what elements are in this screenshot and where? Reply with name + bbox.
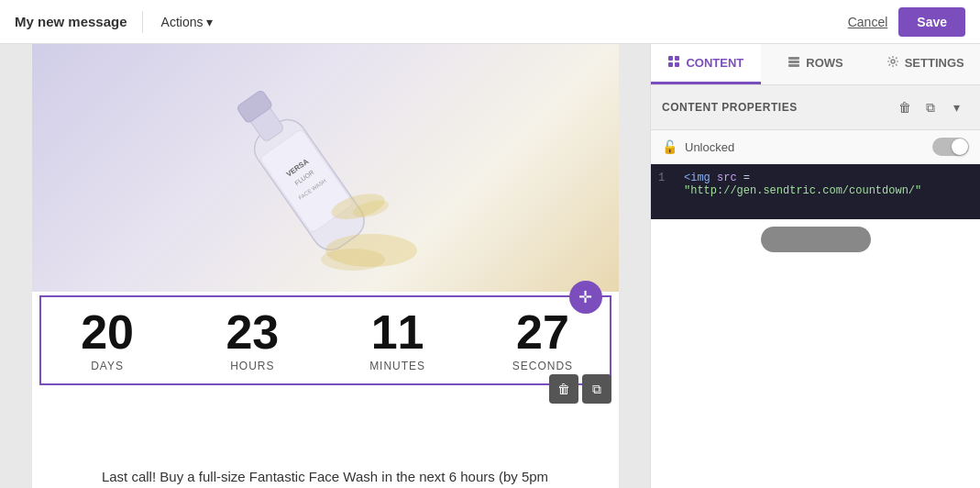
rows-icon [787, 55, 800, 71]
svg-rect-13 [668, 62, 673, 67]
copy-block-button[interactable]: ⧉ [582, 374, 611, 404]
product-image-block: VERSA FLUOR FACE WASH [32, 44, 619, 292]
move-handle[interactable]: ✛ [569, 281, 602, 314]
scrollbar-area [651, 219, 980, 260]
delete-block-button[interactable]: 🗑 [549, 374, 578, 404]
countdown-days: 20 DAYS [61, 308, 153, 372]
hours-label: HOURS [230, 360, 274, 372]
unlock-label: Unlocked [685, 140, 925, 154]
countdown-row: 20 DAYS 23 HOURS 11 MINUTES [49, 308, 602, 372]
settings-icon [886, 55, 899, 71]
countdown-hours: 23 HOURS [206, 308, 298, 372]
countdown-minutes: 11 MINUTES [352, 308, 444, 372]
svg-rect-12 [675, 56, 679, 61]
tab-settings-label: SETTINGS [905, 56, 964, 70]
chevron-down-icon: ▾ [953, 100, 960, 115]
line-number: 1 [658, 172, 673, 197]
svg-rect-14 [675, 62, 679, 67]
right-panel: CONTENT ROWS [650, 44, 980, 488]
toggle-knob [952, 139, 968, 155]
divider [142, 11, 143, 33]
copy-properties-button[interactable]: ⧉ [918, 94, 943, 120]
move-icon: ✛ [578, 287, 592, 307]
panel-tabs: CONTENT ROWS [651, 44, 980, 85]
tab-content-label: CONTENT [686, 56, 743, 70]
hours-value: 23 [226, 308, 279, 356]
code-editor[interactable]: 1 <img src = "http://gen.sendtric.com/co… [651, 164, 980, 219]
main-layout: VERSA FLUOR FACE WASH [0, 44, 980, 488]
chevron-down-icon: ▾ [206, 15, 213, 29]
copy-properties-icon: ⧉ [926, 100, 935, 116]
delete-icon: 🗑 [898, 100, 911, 115]
seconds-label: SECONDS [512, 360, 573, 372]
content-properties-header: CONTENT PROPERTIES 🗑 ⧉ ▾ [651, 85, 980, 130]
svg-rect-11 [668, 56, 673, 61]
code-tag-img: <img [684, 172, 710, 184]
svg-rect-17 [788, 64, 799, 67]
tab-rows-label: ROWS [806, 56, 842, 70]
scroll-handle[interactable] [761, 227, 871, 252]
tab-content[interactable]: CONTENT [651, 44, 761, 84]
svg-rect-15 [788, 57, 799, 60]
countdown-block: 20 DAYS 23 HOURS 11 MINUTES [39, 295, 611, 385]
block-actions: 🗑 ⧉ [549, 374, 611, 404]
svg-rect-16 [788, 61, 799, 63]
svg-point-10 [321, 249, 385, 271]
content-properties-title: CONTENT PROPERTIES [662, 101, 892, 114]
actions-label: Actions [161, 15, 204, 29]
copy-icon: ⧉ [592, 382, 601, 397]
minutes-value: 11 [371, 308, 424, 356]
collapse-properties-button[interactable]: ▾ [943, 94, 969, 120]
trash-icon: 🗑 [557, 382, 570, 396]
save-button[interactable]: Save [898, 7, 965, 37]
svg-point-18 [891, 60, 895, 63]
actions-button[interactable]: Actions ▾ [154, 11, 221, 33]
code-line-1: 1 <img src = "http://gen.sendtric.com/co… [658, 172, 973, 197]
cta-text-block: Last call! Buy a full-size Fantastic Fac… [32, 422, 619, 488]
unlock-row: 🔓 Unlocked [651, 130, 980, 164]
tab-settings[interactable]: SETTINGS [870, 44, 980, 84]
delete-properties-button[interactable]: 🗑 [892, 94, 918, 120]
minutes-label: MINUTES [369, 360, 425, 372]
product-bottle-image: VERSA FLUOR FACE WASH [197, 49, 454, 287]
code-string-url: "http://gen.sendtric.com/countdown/" [684, 184, 921, 197]
panel-body: CONTENT PROPERTIES 🗑 ⧉ ▾ 🔓 Unlocked [651, 85, 980, 488]
tab-rows[interactable]: ROWS [761, 44, 871, 84]
topbar: My new message Actions ▾ Cancel Save [0, 0, 980, 44]
days-value: 20 [81, 308, 134, 356]
countdown-section: 20 DAYS 23 HOURS 11 MINUTES [32, 295, 619, 385]
lock-icon: 🔓 [662, 139, 677, 154]
unlock-toggle[interactable] [932, 138, 969, 156]
grid-icon [667, 55, 680, 71]
seconds-value: 27 [516, 308, 569, 356]
email-canvas: VERSA FLUOR FACE WASH [0, 44, 650, 488]
code-content: <img src = "http://gen.sendtric.com/coun… [684, 172, 973, 197]
cta-text: Last call! Buy a full-size Fantastic Fac… [87, 466, 564, 488]
countdown-seconds: 27 SECONDS [497, 308, 589, 372]
code-attr-src: src [717, 172, 737, 184]
email-content-block: VERSA FLUOR FACE WASH [32, 44, 619, 488]
message-title: My new message [15, 14, 127, 29]
cancel-button[interactable]: Cancel [848, 15, 888, 29]
days-label: DAYS [91, 360, 124, 372]
